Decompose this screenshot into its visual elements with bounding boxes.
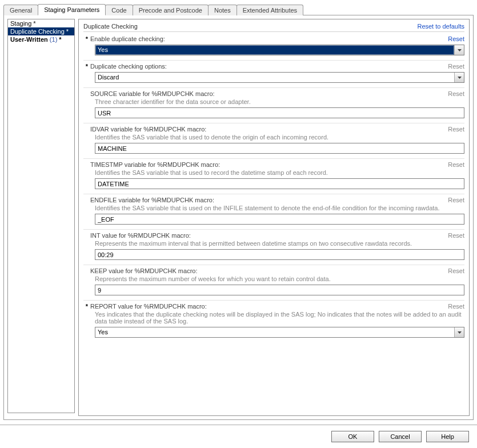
reset-link[interactable]: Reset xyxy=(448,63,464,70)
sidebar-item-label: Duplicate Checking * xyxy=(10,28,69,35)
required-indicator: * xyxy=(83,303,90,310)
sidebar-item[interactable]: Staging * xyxy=(8,19,74,27)
reset-link[interactable]: Reset xyxy=(448,126,464,133)
cancel-button[interactable]: Cancel xyxy=(379,431,422,442)
text-input[interactable] xyxy=(95,214,464,225)
field-label: SOURCE variable for %RMDUPCHK macro: xyxy=(90,90,448,97)
field-label: INT value for %RMDUPCHK macro: xyxy=(90,232,448,239)
reset-link[interactable]: Reset xyxy=(448,303,464,310)
select-input[interactable]: Discard xyxy=(95,72,464,83)
select-value: Yes xyxy=(95,45,454,55)
field-label: KEEP value for %RMDUPCHK macro: xyxy=(90,267,448,274)
tab-precode-and-postcode[interactable]: Precode and Postcode xyxy=(133,5,209,15)
field-description: Three character identifier for the data … xyxy=(83,97,464,107)
field-description: Yes indicates that the duplicate checkin… xyxy=(83,310,464,327)
tab-content: Staging *Duplicate Checking *User-Writte… xyxy=(3,15,474,420)
reset-link[interactable]: Reset xyxy=(448,232,464,239)
field-label: Duplicate checking options: xyxy=(90,63,448,70)
sidebar-item[interactable]: User-Written (1) * xyxy=(8,35,74,43)
tab-staging-parameters[interactable]: Staging Parameters xyxy=(38,4,106,15)
field-block: INT value for %RMDUPCHK macro:ResetRepre… xyxy=(83,232,464,265)
reset-to-defaults-link[interactable]: Reset to defaults xyxy=(417,23,464,30)
field-description: Identifies the SAS variable that is used… xyxy=(83,203,464,214)
sidebar-item-label: Staging * xyxy=(10,20,36,27)
field-block: *Duplicate checking options:ResetDiscard xyxy=(83,63,464,88)
required-indicator: * xyxy=(83,35,90,42)
reset-link[interactable]: Reset xyxy=(448,267,464,274)
text-input[interactable] xyxy=(95,285,464,295)
tab-extended-attributes[interactable]: Extended Attributes xyxy=(237,5,303,15)
field-block: SOURCE variable for %RMDUPCHK macro:Rese… xyxy=(83,90,464,123)
side-list: Staging *Duplicate Checking *User-Writte… xyxy=(7,19,75,413)
text-input[interactable] xyxy=(95,249,464,260)
text-input[interactable] xyxy=(95,178,464,189)
ok-button[interactable]: OK xyxy=(331,431,374,442)
chevron-down-icon[interactable] xyxy=(454,327,464,337)
select-input[interactable]: Yes xyxy=(95,45,464,55)
tab-notes[interactable]: Notes xyxy=(208,5,237,15)
field-label: TIMESTMP variable for %RMDUPCHK macro: xyxy=(90,161,448,168)
field-description: Identifies the SAS variable that is used… xyxy=(83,133,464,143)
select-input[interactable]: Yes xyxy=(95,327,464,338)
field-label: REPORT value for %RMDUPCHK macro: xyxy=(90,303,448,310)
chevron-down-icon[interactable] xyxy=(454,73,464,82)
tab-code[interactable]: Code xyxy=(105,5,133,15)
field-block: *Enable duplicate checking:ResetYes xyxy=(83,35,464,61)
field-block: ENDFILE variable for %RMDUPCHK macro:Res… xyxy=(83,197,464,230)
required-indicator: * xyxy=(83,63,90,70)
field-label: ENDFILE variable for %RMDUPCHK macro: xyxy=(90,197,448,203)
text-input[interactable] xyxy=(95,107,464,118)
field-description: Represents the maximum number of weeks f… xyxy=(83,274,464,285)
reset-link[interactable]: Reset xyxy=(448,35,464,42)
field-description: Represents the maximum interval that is … xyxy=(83,239,464,249)
reset-link[interactable]: Reset xyxy=(448,197,464,203)
field-description: Identifies the SAS variable that is used… xyxy=(83,168,464,178)
sidebar-item-count: (1) xyxy=(48,36,58,43)
tab-bar: GeneralStaging ParametersCodePrecode and… xyxy=(3,3,474,15)
field-block: KEEP value for %RMDUPCHK macro:ResetRepr… xyxy=(83,267,464,301)
text-input[interactable] xyxy=(95,143,464,154)
field-label: IDVAR variable for %RMDUPCHK macro: xyxy=(90,126,448,133)
chevron-down-icon[interactable] xyxy=(454,45,464,55)
help-button[interactable]: Help xyxy=(426,431,469,442)
sidebar-item[interactable]: Duplicate Checking * xyxy=(8,27,74,35)
field-block: IDVAR variable for %RMDUPCHK macro:Reset… xyxy=(83,126,464,159)
reset-link[interactable]: Reset xyxy=(448,90,464,97)
select-value: Yes xyxy=(95,327,454,337)
select-value: Discard xyxy=(95,73,454,82)
main-panel: Duplicate Checking Reset to defaults *En… xyxy=(78,19,470,416)
tab-general[interactable]: General xyxy=(3,5,38,15)
field-block: TIMESTMP variable for %RMDUPCHK macro:Re… xyxy=(83,161,464,194)
panel-title: Duplicate Checking xyxy=(83,23,138,30)
field-label: Enable duplicate checking: xyxy=(90,35,448,42)
field-block: *REPORT value for %RMDUPCHK macro:ResetY… xyxy=(83,303,464,342)
sidebar-item-label: User-Written xyxy=(10,36,48,43)
dialog-button-bar: OK Cancel Help xyxy=(0,425,477,448)
reset-link[interactable]: Reset xyxy=(448,161,464,168)
